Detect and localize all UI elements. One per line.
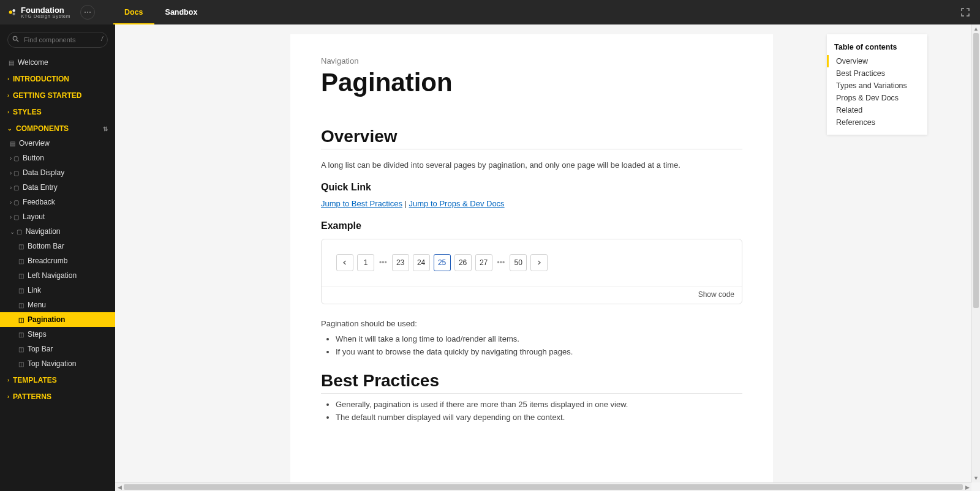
tab-sandbox[interactable]: Sandbox (154, 0, 209, 24)
chevron-down-icon: ⌄ ▢ (10, 228, 22, 235)
content: Navigation Pagination Overview A long li… (290, 34, 773, 491)
toc-item-props-dev-docs[interactable]: Props & Dev Docs (827, 92, 927, 104)
pagination-page-27[interactable]: 27 (475, 254, 492, 271)
scroll-down-icon[interactable]: ▼ (972, 474, 980, 482)
search-container: / (7, 32, 108, 48)
toc-item-best-practices[interactable]: Best Practices (827, 67, 927, 80)
sidebar-section-patterns[interactable]: ›PATTERNS (0, 388, 115, 404)
usage-intro: Pagination should be used: (321, 319, 742, 328)
chevron-right-icon: › ▢ (10, 214, 19, 220)
sidebar-item-bottom-bar[interactable]: ◫Bottom Bar (0, 239, 115, 253)
pagination-ellipsis: ••• (378, 258, 388, 267)
pagination-page-23[interactable]: 23 (392, 254, 409, 271)
expand-icon[interactable] (958, 5, 973, 20)
sidebar-section-components[interactable]: ⌄COMPONENTS⇅ (0, 119, 115, 136)
search-shortcut: / (101, 36, 103, 42)
show-code-button[interactable]: Show code (322, 286, 742, 304)
chevron-down-icon: ⌄ (7, 126, 12, 132)
pagination-prev[interactable] (336, 254, 353, 271)
heading-quick-link: Quick Link (321, 182, 742, 193)
sidebar-item-link[interactable]: ◫Link (0, 283, 115, 298)
header: Foundation KTG Design System ⋯ Docs Sand… (0, 0, 980, 24)
sidebar-item-menu[interactable]: ◫Menu (0, 298, 115, 312)
sidebar-item-steps[interactable]: ◫Steps (0, 327, 115, 342)
sidebar-item-pagination[interactable]: ◫Pagination (0, 312, 115, 327)
toc-item-types-and-variations[interactable]: Types and Variations (827, 80, 927, 92)
sidebar-section-templates[interactable]: ›TEMPLATES (0, 371, 115, 388)
sidebar-item-navigation[interactable]: ⌄ ▢Navigation (0, 224, 115, 239)
heading-overview: Overview (321, 127, 742, 149)
chevron-right-icon: › ▢ (10, 155, 19, 162)
bookmark-icon: ◫ (18, 361, 24, 367)
heading-best-practices: Best Practices (321, 371, 742, 394)
bookmark-icon: ◫ (18, 317, 24, 323)
sidebar-item-top-bar[interactable]: ◫Top Bar (0, 342, 115, 356)
pagination-page-24[interactable]: 24 (413, 254, 430, 271)
chevron-right-icon: › (7, 394, 9, 400)
sidebar-item-data-display[interactable]: › ▢Data Display (0, 165, 115, 180)
chevron-right-icon: › (7, 377, 9, 383)
scroll-left-icon[interactable]: ◀ (115, 484, 124, 490)
sort-icon[interactable]: ⇅ (103, 126, 108, 132)
sidebar-section-getting-started[interactable]: ›GETTING STARTED (0, 86, 115, 103)
best-practices-list: Generally, pagination is used if there a… (336, 400, 742, 422)
svg-point-1 (12, 9, 15, 12)
list-item: If you want to browse the data quickly b… (336, 347, 742, 356)
logo[interactable]: Foundation KTG Design System (7, 6, 70, 19)
scrollbar-thumb[interactable] (124, 484, 963, 490)
quick-links: Jump to Best Practices | Jump to Props &… (321, 199, 742, 208)
svg-point-3 (13, 36, 17, 40)
svg-point-2 (12, 12, 15, 15)
sidebar-item-overview[interactable]: ▤Overview (0, 136, 115, 151)
pagination-demo: 1 ••• 23 24 25 26 27 ••• 50 (322, 239, 742, 286)
pagination-page-50[interactable]: 50 (510, 254, 527, 271)
pagination-page-1[interactable]: 1 (357, 254, 374, 271)
link-best-practices[interactable]: Jump to Best Practices (321, 199, 402, 208)
toc-item-overview[interactable]: Overview (827, 55, 927, 67)
sidebar-section-styles[interactable]: ›STYLES (0, 103, 115, 119)
toc-item-related[interactable]: Related (827, 104, 927, 116)
toc-item-references[interactable]: References (827, 116, 927, 129)
pagination-ellipsis: ••• (496, 258, 507, 267)
sidebar: / ▤Welcome ›INTRODUCTION ›GETTING STARTE… (0, 24, 115, 491)
bookmark-icon: ◫ (18, 272, 24, 279)
tab-docs[interactable]: Docs (113, 0, 154, 24)
sidebar-item-left-navigation[interactable]: ◫Left Navigation (0, 268, 115, 283)
pagination-page-26[interactable]: 26 (454, 254, 472, 271)
sidebar-item-welcome[interactable]: ▤Welcome (0, 55, 115, 70)
pagination-next[interactable] (530, 254, 548, 271)
overview-description: A long list can be divided into several … (321, 160, 742, 170)
list-item: Generally, pagination is used if there a… (336, 400, 742, 409)
bookmark-icon: ◫ (18, 346, 24, 353)
table-of-contents: Table of contents Overview Best Practice… (827, 34, 927, 135)
sidebar-section-introduction[interactable]: ›INTRODUCTION (0, 70, 115, 86)
logo-icon (7, 7, 17, 17)
bookmark-icon: ◫ (18, 287, 24, 294)
scrollbar-thumb[interactable] (973, 33, 979, 308)
bookmark-icon: ◫ (18, 243, 24, 250)
chevron-right-icon: › ▢ (10, 170, 19, 176)
sidebar-item-breadcrumb[interactable]: ◫Breadcrumb (0, 253, 115, 268)
sidebar-item-data-entry[interactable]: › ▢Data Entry (0, 180, 115, 195)
toc-title: Table of contents (827, 40, 927, 55)
sidebar-item-button[interactable]: › ▢Button (0, 151, 115, 165)
scroll-right-icon[interactable]: ▶ (963, 484, 971, 490)
chevron-right-icon: › (7, 92, 9, 99)
brand-subtitle: KTG Design System (21, 14, 70, 19)
bookmark-icon: ◫ (18, 302, 24, 309)
chevron-right-icon: › (7, 109, 9, 115)
pagination-page-25-current[interactable]: 25 (434, 254, 451, 271)
list-item: The default number displayed will vary d… (336, 413, 742, 422)
search-icon (12, 36, 19, 43)
more-button[interactable]: ⋯ (80, 5, 95, 20)
vertical-scrollbar[interactable]: ▲ ▼ (971, 24, 980, 482)
sidebar-item-feedback[interactable]: › ▢Feedback (0, 195, 115, 209)
horizontal-scrollbar[interactable]: ◀ ▶ (115, 482, 971, 491)
scroll-up-icon[interactable]: ▲ (972, 24, 980, 33)
sidebar-item-layout[interactable]: › ▢Layout (0, 209, 115, 224)
search-input[interactable] (7, 32, 108, 48)
list-item: When it will take a long time to load/re… (336, 334, 742, 343)
sidebar-item-top-navigation[interactable]: ◫Top Navigation (0, 356, 115, 371)
link-props-dev-docs[interactable]: Jump to Props & Dev Docs (409, 199, 505, 208)
chevron-right-icon: › ▢ (10, 184, 19, 191)
